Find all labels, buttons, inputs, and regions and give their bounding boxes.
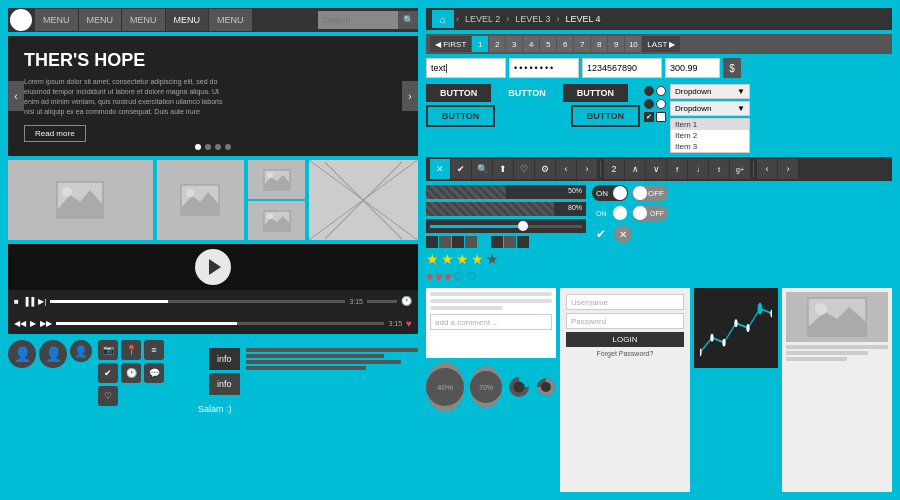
toolbar-twitter-icon[interactable]: t: [709, 159, 729, 179]
pagination-page-4[interactable]: 4: [523, 36, 539, 52]
heart-3[interactable]: ♥: [444, 270, 451, 284]
radio-filled-1[interactable]: [644, 86, 654, 96]
nav-menu-3[interactable]: MENU: [122, 9, 165, 31]
pagination-first[interactable]: ◀ FIRST: [430, 36, 471, 52]
nav-menu-2[interactable]: MENU: [79, 9, 122, 31]
toggle-check-off[interactable]: ✕: [614, 225, 632, 243]
price-input[interactable]: 300.99: [665, 58, 720, 78]
toggle-1-on[interactable]: ON: [592, 185, 628, 201]
toggle-check-on[interactable]: ✔: [592, 225, 610, 243]
chat-icon[interactable]: 💬: [144, 363, 164, 383]
hero-dot-4[interactable]: [225, 144, 231, 150]
menu-icon[interactable]: ≡: [144, 340, 164, 360]
video-play-button[interactable]: [195, 249, 231, 285]
pagination-page-2[interactable]: 2: [489, 36, 505, 52]
heart-4[interactable]: ♡: [453, 270, 464, 284]
star-5[interactable]: ★: [486, 251, 499, 267]
breadcrumb-level3[interactable]: LEVEL 3: [511, 14, 554, 24]
knob-medium[interactable]: 70%: [470, 366, 502, 408]
button-cyan-1[interactable]: BUTTON: [494, 84, 559, 102]
checkbox-1[interactable]: ✔: [644, 112, 654, 122]
star-2[interactable]: ★: [441, 251, 454, 267]
profile-icon-2[interactable]: 👤: [39, 340, 67, 368]
video-play2-button[interactable]: ▶: [30, 319, 36, 328]
heart-1[interactable]: ♥: [426, 270, 433, 284]
slider-container[interactable]: [426, 219, 586, 233]
number-input[interactable]: 1234567890: [582, 58, 662, 78]
comment-input[interactable]: add a comment ...: [430, 314, 552, 330]
pagination-page-8[interactable]: 8: [591, 36, 607, 52]
home-icon[interactable]: ⌂: [432, 10, 454, 28]
toolbar-prev-icon[interactable]: ‹: [556, 159, 576, 179]
toggle-2-on[interactable]: ON: [592, 205, 628, 221]
toolbar-settings-icon[interactable]: ⚙: [535, 159, 555, 179]
star-1[interactable]: ★: [426, 251, 439, 267]
video-prev-button[interactable]: ◀◀: [14, 319, 26, 328]
dropdown-2[interactable]: Dropdown ▼: [670, 101, 750, 116]
toolbar-gplus-icon[interactable]: g+: [730, 159, 750, 179]
video-heart-icon[interactable]: ♥: [406, 318, 412, 329]
check-icon-small[interactable]: ✔: [98, 363, 118, 383]
radio-filled-2[interactable]: [644, 99, 654, 109]
nav-menu-5[interactable]: MENU: [209, 9, 252, 31]
forgot-password-link[interactable]: Forget Password?: [566, 350, 684, 357]
toolbar-share-icon[interactable]: ⬆: [493, 159, 513, 179]
password-field[interactable]: Password: [566, 313, 684, 329]
nav-menu-4[interactable]: MENU: [166, 9, 209, 31]
video-skip-button[interactable]: ▶|: [38, 297, 46, 306]
button-outline-2[interactable]: BUTTON: [571, 105, 640, 127]
search-input[interactable]: [318, 11, 398, 29]
dropdown-list-item-1[interactable]: Item 1: [671, 119, 749, 130]
pagination-page-9[interactable]: 9: [608, 36, 624, 52]
profile-icon-1[interactable]: 👤: [8, 340, 36, 368]
dropdown-1[interactable]: Dropdown ▼: [670, 84, 750, 99]
breadcrumb-level4[interactable]: LEVEL 4: [561, 14, 604, 24]
toolbar-num-icon[interactable]: 2: [604, 159, 624, 179]
toggle-2-off[interactable]: OFF: [632, 205, 668, 221]
button-outline-1[interactable]: BUTTON: [426, 105, 495, 127]
toolbar-arrow-right-icon[interactable]: ›: [778, 159, 798, 179]
hero-next-button[interactable]: ›: [402, 81, 418, 111]
pagination-page-3[interactable]: 3: [506, 36, 522, 52]
button-dark-1[interactable]: BUTTON: [426, 84, 491, 102]
radio-empty-1[interactable]: [656, 86, 666, 96]
pagination-page-5[interactable]: 5: [540, 36, 556, 52]
toolbar-close-icon[interactable]: ✕: [430, 159, 450, 179]
toolbar-up-icon[interactable]: ∧: [625, 159, 645, 179]
hero-dot-3[interactable]: [215, 144, 221, 150]
toolbar-arrow-left-icon[interactable]: ‹: [757, 159, 777, 179]
knob-large[interactable]: 40%: [426, 362, 464, 412]
login-button[interactable]: LOGIN: [566, 332, 684, 347]
toolbar-check-icon[interactable]: ✔: [451, 159, 471, 179]
pagination-page-10[interactable]: 10: [625, 36, 641, 52]
toolbar-next-icon[interactable]: ›: [577, 159, 597, 179]
clock-icon-small[interactable]: 🕐: [121, 363, 141, 383]
nav-menu-1[interactable]: MENU: [35, 9, 78, 31]
radio-empty-2[interactable]: [656, 99, 666, 109]
pagination-page-1[interactable]: 1: [472, 36, 488, 52]
pagination-last[interactable]: LAST ▶: [642, 36, 680, 52]
hero-dot-1[interactable]: [195, 144, 201, 150]
toggle-1-off[interactable]: OFF: [632, 185, 668, 201]
password-input[interactable]: ••••••••: [509, 58, 579, 78]
heart-icon-small[interactable]: ♡: [98, 386, 118, 406]
dropdown-list-item-3[interactable]: Item 3: [671, 141, 749, 152]
text-input[interactable]: text|: [426, 58, 506, 78]
location-icon[interactable]: 📍: [121, 340, 141, 360]
video-next-button[interactable]: ▶▶: [40, 319, 52, 328]
video-pause-button[interactable]: ▐▐: [23, 297, 34, 306]
video-progress-bar[interactable]: [50, 300, 345, 303]
hero-dot-2[interactable]: [205, 144, 211, 150]
video-stop-button[interactable]: ■: [14, 297, 19, 306]
profile-icon-3[interactable]: 👤: [70, 340, 92, 362]
video-progress-bar-2[interactable]: [56, 322, 384, 325]
button-cyan-outline[interactable]: BUTTON: [498, 105, 567, 127]
dropdown-list-item-2[interactable]: Item 2: [671, 130, 749, 141]
username-field[interactable]: Username: [566, 294, 684, 310]
toolbar-search-icon[interactable]: 🔍: [472, 159, 492, 179]
toolbar-rss-icon[interactable]: ↓: [688, 159, 708, 179]
hero-prev-button[interactable]: ‹: [8, 81, 24, 111]
checkbox-2[interactable]: [656, 112, 666, 122]
pagination-page-7[interactable]: 7: [574, 36, 590, 52]
heart-5[interactable]: ♡: [466, 270, 477, 284]
